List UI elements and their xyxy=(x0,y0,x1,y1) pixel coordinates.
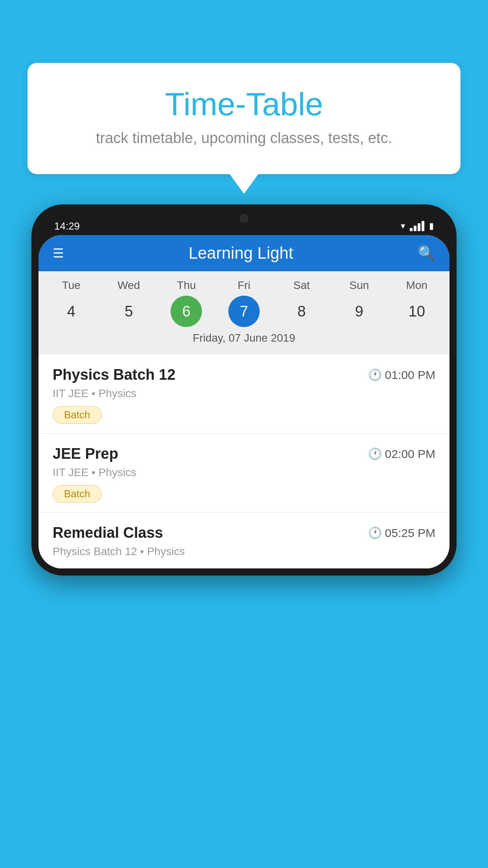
schedule-subject-2: IIT JEE • Physics xyxy=(53,466,435,479)
clock-icon-2: 🕐 xyxy=(368,447,382,460)
status-bar: 14:29 ▾ ▮ xyxy=(39,211,449,235)
phone-wrapper: 14:29 ▾ ▮ ☰ xyxy=(31,204,457,868)
day-4[interactable]: 4 xyxy=(55,296,87,327)
schedule-item-1-header: Physics Batch 12 🕐 01:00 PM xyxy=(53,366,435,383)
schedule-item-2-header: JEE Prep 🕐 02:00 PM xyxy=(53,445,435,462)
bubble-subtitle: track timetable, upcoming classes, tests… xyxy=(59,130,429,147)
app-title: Learning Light xyxy=(189,244,293,263)
day-6-today[interactable]: 6 xyxy=(171,296,202,327)
wifi-icon: ▾ xyxy=(401,221,405,231)
status-time: 14:29 xyxy=(54,220,80,232)
schedule-item-2[interactable]: JEE Prep 🕐 02:00 PM IIT JEE • Physics Ba… xyxy=(39,434,449,513)
app-header: ☰ Learning Light 🔍 xyxy=(39,235,449,271)
schedule-time-3: 🕐 05:25 PM xyxy=(368,526,435,540)
schedule-time-1: 🕐 01:00 PM xyxy=(368,368,435,382)
bubble-title: Time-Table xyxy=(59,86,429,122)
front-camera xyxy=(240,214,248,223)
schedule-title-1: Physics Batch 12 xyxy=(53,366,176,383)
status-icons: ▾ ▮ xyxy=(401,221,434,231)
day-name-tue: Tue xyxy=(42,279,100,292)
day-name-mon: Mon xyxy=(388,279,446,292)
day-9[interactable]: 9 xyxy=(343,296,375,327)
day-name-sun: Sun xyxy=(330,279,388,292)
day-8[interactable]: 8 xyxy=(286,296,317,327)
clock-icon-1: 🕐 xyxy=(368,368,382,381)
schedule-subject-1: IIT JEE • Physics xyxy=(53,387,435,400)
batch-tag-2: Batch xyxy=(53,485,102,503)
clock-icon-3: 🕐 xyxy=(368,526,382,539)
battery-icon: ▮ xyxy=(429,221,434,231)
signal-icon xyxy=(410,221,424,231)
phone-device: 14:29 ▾ ▮ ☰ xyxy=(31,204,457,576)
speech-bubble: Time-Table track timetable, upcoming cla… xyxy=(28,63,460,174)
phone-screen: ☰ Learning Light 🔍 Tue Wed Thu Fri Sat S… xyxy=(39,235,449,568)
day-name-wed: Wed xyxy=(100,279,158,292)
day-7-selected[interactable]: 7 xyxy=(228,296,260,327)
schedule-item-1[interactable]: Physics Batch 12 🕐 01:00 PM IIT JEE • Ph… xyxy=(39,355,449,434)
schedule-title-2: JEE Prep xyxy=(53,445,118,462)
menu-icon[interactable]: ☰ xyxy=(53,246,64,261)
speech-bubble-container: Time-Table track timetable, upcoming cla… xyxy=(28,63,460,174)
day-numbers: 4 5 6 7 8 9 10 xyxy=(39,296,449,327)
day-name-sat: Sat xyxy=(273,279,330,292)
phone-notch xyxy=(220,211,268,226)
schedule-time-2: 🕐 02:00 PM xyxy=(368,447,435,461)
calendar-section: Tue Wed Thu Fri Sat Sun Mon 4 5 6 7 8 9 … xyxy=(39,271,449,355)
day-name-fri: Fri xyxy=(215,279,273,292)
schedule-subject-3: Physics Batch 12 • Physics xyxy=(53,545,435,558)
day-headers: Tue Wed Thu Fri Sat Sun Mon xyxy=(39,279,449,292)
selected-date-label: Friday, 07 June 2019 xyxy=(39,327,449,351)
search-icon[interactable]: 🔍 xyxy=(418,245,435,261)
day-5[interactable]: 5 xyxy=(113,296,145,327)
batch-tag-1: Batch xyxy=(53,406,102,424)
schedule-title-3: Remedial Class xyxy=(53,524,163,541)
day-10[interactable]: 10 xyxy=(401,296,433,327)
schedule-list: Physics Batch 12 🕐 01:00 PM IIT JEE • Ph… xyxy=(39,355,449,568)
day-name-thu: Thu xyxy=(158,279,215,292)
schedule-item-3-header: Remedial Class 🕐 05:25 PM xyxy=(53,524,435,541)
schedule-item-3[interactable]: Remedial Class 🕐 05:25 PM Physics Batch … xyxy=(39,513,449,568)
